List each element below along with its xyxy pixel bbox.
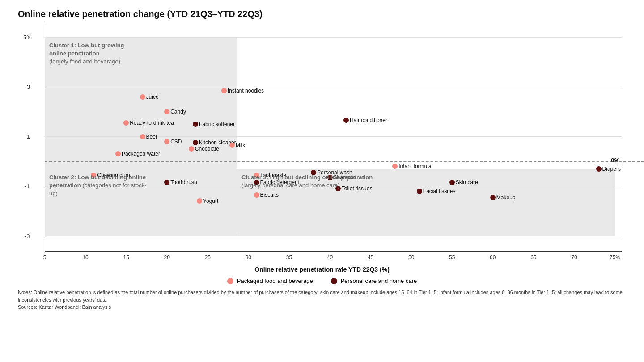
label-beer: Beer bbox=[146, 134, 157, 140]
label-hair-conditioner: Hair conditioner bbox=[350, 117, 387, 123]
data-point-diapers bbox=[596, 166, 602, 172]
label-toothbrush: Toothbrush bbox=[170, 179, 197, 185]
legend-label-food: Packaged food and beverage bbox=[237, 278, 313, 284]
data-point-chocolate bbox=[189, 146, 194, 152]
x-axis-line bbox=[45, 251, 622, 252]
x-tick-60: 60 bbox=[490, 254, 496, 261]
data-point-biscuits bbox=[254, 192, 259, 198]
label-yogurt: Yogurt bbox=[203, 198, 218, 204]
data-point-candy bbox=[164, 109, 169, 114]
notes-area: Notes: Online relative penetration is de… bbox=[18, 289, 626, 311]
x-tick-65: 65 bbox=[530, 254, 536, 261]
legend: Packaged food and beverage Personal care… bbox=[18, 278, 626, 284]
y-label-5pct: 5% bbox=[23, 34, 618, 41]
legend-care: Personal care and home care bbox=[331, 278, 417, 284]
y-label-3: 3 bbox=[27, 84, 618, 90]
cluster2-label: Cluster 2: Low but declining onlinepenet… bbox=[49, 173, 148, 198]
x-tick-25: 25 bbox=[205, 254, 211, 261]
sources-text: Sources: Kantar Worldpanel; Bain analysi… bbox=[18, 303, 626, 311]
x-tick-10: 10 bbox=[82, 254, 88, 261]
label-milk: Milk bbox=[236, 142, 245, 148]
label-makeup: Makeup bbox=[496, 194, 516, 201]
x-tick-30: 30 bbox=[246, 254, 251, 261]
data-point-makeup bbox=[490, 195, 496, 200]
x-tick-5: 5 bbox=[43, 254, 47, 261]
label-candy: Candy bbox=[170, 109, 186, 115]
zero-line bbox=[45, 161, 644, 162]
x-tick-75: 75% bbox=[610, 254, 620, 261]
label-packaged-water: Packaged water bbox=[122, 151, 160, 157]
x-tick-15: 15 bbox=[123, 254, 129, 261]
y-label-1: 1 bbox=[27, 133, 618, 140]
label-biscuits: Biscuits bbox=[260, 192, 279, 198]
x-tick-40: 40 bbox=[327, 254, 333, 261]
x-tick-35: 35 bbox=[286, 254, 292, 261]
legend-food: Packaged food and beverage bbox=[227, 278, 313, 284]
legend-dot-care bbox=[331, 278, 337, 284]
data-point-toothbrush bbox=[164, 180, 169, 185]
label-chocolate: Chocolate bbox=[195, 146, 219, 152]
x-tick-50: 50 bbox=[408, 254, 414, 261]
label-infant-formula: Infant formula bbox=[398, 163, 431, 169]
data-point-yogurt bbox=[197, 198, 202, 204]
x-axis-title: Online relative penetration rate YTD 22Q… bbox=[254, 266, 390, 273]
x-tick-70: 70 bbox=[571, 254, 577, 261]
x-tick-55: 55 bbox=[449, 254, 455, 261]
label-fabric-softener: Fabric softener bbox=[199, 121, 235, 127]
label-instant-noodles: Instant noodles bbox=[228, 88, 264, 94]
x-tick-20: 20 bbox=[164, 254, 170, 261]
legend-label-care: Personal care and home care bbox=[341, 278, 417, 284]
cluster3-label: Cluster 3: High but declining online pen… bbox=[242, 173, 420, 189]
label-juice: Juice bbox=[146, 94, 159, 100]
x-tick-45: 45 bbox=[368, 254, 373, 261]
zero-pct-label: 0% bbox=[611, 157, 619, 164]
data-point-milk bbox=[229, 143, 235, 148]
label-diapers: Diapers bbox=[602, 166, 621, 172]
data-point-juice bbox=[140, 94, 145, 100]
chart-area: 5% 3 1 0% -1 -3 (function() { const char… bbox=[22, 24, 622, 274]
data-point-hair-conditioner bbox=[343, 118, 349, 123]
data-point-infant-formula bbox=[392, 164, 398, 169]
data-point-instant-noodles bbox=[221, 88, 227, 93]
data-point-fabric-softener bbox=[193, 122, 198, 127]
y-label-neg3: -3 bbox=[25, 233, 618, 240]
data-point-csd bbox=[164, 139, 169, 144]
data-point-skin-care bbox=[449, 180, 455, 185]
label-csd: CSD bbox=[170, 139, 182, 145]
label-skin-care: Skin care bbox=[456, 179, 478, 185]
data-point-beer bbox=[140, 134, 145, 139]
cluster1-label: Cluster 1: Low but growingonline penetra… bbox=[49, 42, 139, 66]
notes-text: Notes: Online relative penetration is de… bbox=[18, 289, 626, 303]
label-ready-to-drink-tea: Ready-to-drink tea bbox=[130, 120, 174, 126]
data-point-packaged-water bbox=[115, 151, 121, 156]
data-point-ready-to-drink-tea bbox=[123, 120, 129, 126]
label-facial-tissues: Facial tissues bbox=[423, 188, 456, 194]
page-title: Online relative penetration change (YTD … bbox=[18, 9, 626, 19]
data-point-kitchen-cleaner bbox=[193, 140, 198, 145]
legend-dot-food bbox=[227, 278, 233, 284]
